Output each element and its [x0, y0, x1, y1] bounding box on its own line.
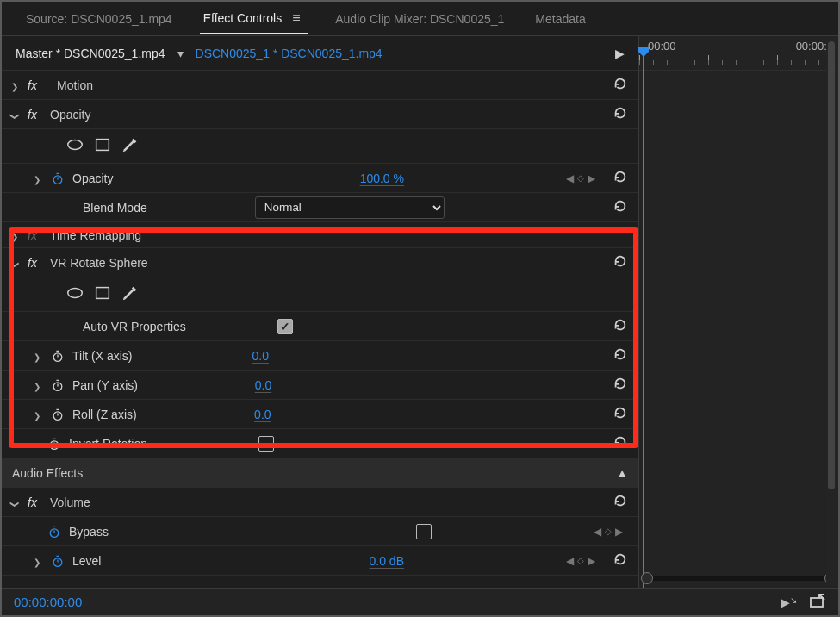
pan-label: Pan (Y axis)	[72, 378, 138, 392]
effect-time-remapping[interactable]: fx Time Remapping	[2, 222, 638, 248]
reset-button[interactable]	[613, 198, 628, 216]
tab-source[interactable]: Source: DSCN0025_1.mp4	[22, 5, 176, 33]
effect-opacity[interactable]: fx Opacity	[2, 100, 638, 129]
current-clip-label: DSCN0025_1 * DSCN0025_1.mp4	[196, 47, 383, 60]
svg-point-5	[68, 140, 83, 150]
fx-badge-icon: fx	[28, 78, 43, 92]
svg-rect-6	[96, 140, 109, 151]
timeline-scrollbar[interactable]	[646, 576, 831, 581]
reset-button[interactable]	[613, 253, 628, 271]
volume-label: Volume	[50, 495, 90, 509]
tab-audio-mixer[interactable]: Audio Clip Mixer: DSCN0025_1	[332, 5, 507, 33]
disclosure-icon[interactable]	[9, 78, 21, 92]
property-invert-rotation[interactable]: Invert Rotation	[2, 429, 638, 458]
disclosure-icon[interactable]	[31, 408, 43, 421]
property-blend-mode[interactable]: Blend Mode Normal	[2, 193, 638, 222]
reset-button[interactable]	[613, 493, 628, 511]
panel-tabs: Source: DSCN0025_1.mp4 Effect Controls A…	[2, 2, 838, 36]
disclosure-icon[interactable]	[9, 256, 21, 270]
blend-mode-select[interactable]: Normal	[255, 196, 445, 219]
reset-button[interactable]	[613, 376, 628, 394]
property-auto-vr[interactable]: Auto VR Properties	[2, 312, 638, 341]
reset-button[interactable]	[613, 76, 628, 94]
playhead-icon[interactable]	[643, 52, 644, 588]
tab-metadata[interactable]: Metadata	[532, 5, 588, 33]
effect-vr-rotate-sphere[interactable]: fx VR Rotate Sphere	[2, 248, 638, 277]
section-audio-effects[interactable]: Audio Effects ▲	[2, 458, 638, 488]
disclosure-icon[interactable]	[9, 228, 21, 242]
reset-button[interactable]	[613, 405, 628, 423]
timeline-start-label: 00:00	[648, 40, 676, 53]
level-value[interactable]: 0.0 dB	[370, 554, 404, 568]
svg-point-7	[53, 175, 62, 184]
panel-menu-icon[interactable]	[292, 10, 304, 26]
stopwatch-icon[interactable]	[50, 171, 65, 185]
auto-vr-checkbox[interactable]	[277, 319, 293, 334]
reset-button[interactable]	[613, 169, 628, 187]
reset-button[interactable]	[613, 317, 628, 335]
fx-badge-icon: fx	[28, 108, 43, 122]
property-bypass[interactable]: Bypass ◀◇▶	[2, 517, 638, 546]
property-tilt[interactable]: Tilt (X axis) 0.0	[2, 341, 638, 371]
tilt-value[interactable]: 0.0	[252, 349, 269, 363]
rect-mask-icon[interactable]	[93, 284, 112, 305]
ellipse-mask-icon[interactable]	[65, 284, 84, 305]
pan-value[interactable]: 0.0	[255, 378, 271, 392]
export-frame-icon[interactable]	[809, 592, 826, 612]
level-label: Level	[72, 554, 101, 568]
pen-mask-icon[interactable]	[121, 284, 140, 305]
bypass-label: Bypass	[69, 525, 109, 539]
tilt-label: Tilt (X axis)	[72, 349, 132, 363]
reset-button[interactable]	[613, 552, 628, 570]
tab-effect-controls[interactable]: Effect Controls	[200, 3, 308, 34]
keyframe-nav[interactable]: ◀◇▶	[594, 526, 623, 538]
stopwatch-icon[interactable]	[47, 525, 62, 539]
property-roll[interactable]: Roll (Z axis) 0.0	[2, 400, 638, 429]
property-level[interactable]: Level 0.0 dB ◀◇▶	[2, 546, 638, 576]
svg-point-10	[68, 289, 83, 298]
stopwatch-icon[interactable]	[47, 437, 62, 451]
roll-value[interactable]: 0.0	[254, 408, 271, 421]
vertical-scrollbar[interactable]	[826, 38, 837, 586]
pen-mask-icon[interactable]	[121, 135, 140, 157]
disclosure-icon[interactable]	[31, 554, 43, 568]
opacity-value[interactable]: 100.0 %	[360, 171, 404, 185]
play-icon[interactable]: ▶	[615, 47, 625, 60]
reset-button[interactable]	[613, 346, 628, 365]
section-collapse-icon[interactable]: ▲	[616, 466, 628, 480]
timecode-display[interactable]: 00:00:00:00	[14, 595, 82, 609]
reset-button[interactable]	[613, 434, 628, 452]
play-only-icon[interactable]: ▶↘	[781, 595, 797, 609]
disclosure-icon[interactable]	[31, 349, 43, 363]
time-remap-label: Time Remapping	[50, 228, 141, 242]
vr-group-label: VR Rotate Sphere	[50, 256, 148, 270]
disclosure-icon[interactable]	[31, 171, 43, 185]
disclosure-icon[interactable]	[9, 495, 21, 509]
stopwatch-icon[interactable]	[50, 378, 65, 392]
roll-label: Roll (Z axis)	[72, 408, 137, 421]
keyframe-nav[interactable]: ◀◇▶	[566, 172, 595, 184]
rect-mask-icon[interactable]	[93, 135, 112, 157]
effect-volume[interactable]: fx Volume	[2, 488, 638, 517]
keyframe-nav[interactable]: ◀◇▶	[566, 555, 595, 567]
opacity-mask-tools	[2, 129, 638, 164]
stopwatch-icon[interactable]	[50, 554, 65, 568]
tab-effect-controls-label: Effect Controls	[203, 11, 283, 25]
timeline-area[interactable]: 00:00 00:00:1	[638, 36, 838, 588]
clip-dropdown-icon[interactable]	[174, 47, 187, 60]
property-pan[interactable]: Pan (Y axis) 0.0	[2, 371, 638, 400]
disclosure-icon[interactable]	[9, 108, 21, 122]
property-opacity[interactable]: Opacity 100.0 % ◀◇▶	[2, 164, 638, 193]
audio-effects-label: Audio Effects	[9, 466, 83, 480]
reset-button[interactable]	[613, 105, 628, 123]
opacity-label: Opacity	[50, 108, 90, 122]
svg-rect-11	[96, 288, 109, 299]
effect-motion[interactable]: fx Motion	[2, 71, 638, 100]
fx-badge-icon: fx	[28, 228, 43, 242]
invert-checkbox[interactable]	[258, 436, 274, 452]
bypass-checkbox[interactable]	[416, 524, 432, 539]
disclosure-icon[interactable]	[31, 378, 43, 392]
stopwatch-icon[interactable]	[50, 349, 65, 363]
stopwatch-icon[interactable]	[50, 408, 65, 421]
ellipse-mask-icon[interactable]	[65, 135, 84, 157]
